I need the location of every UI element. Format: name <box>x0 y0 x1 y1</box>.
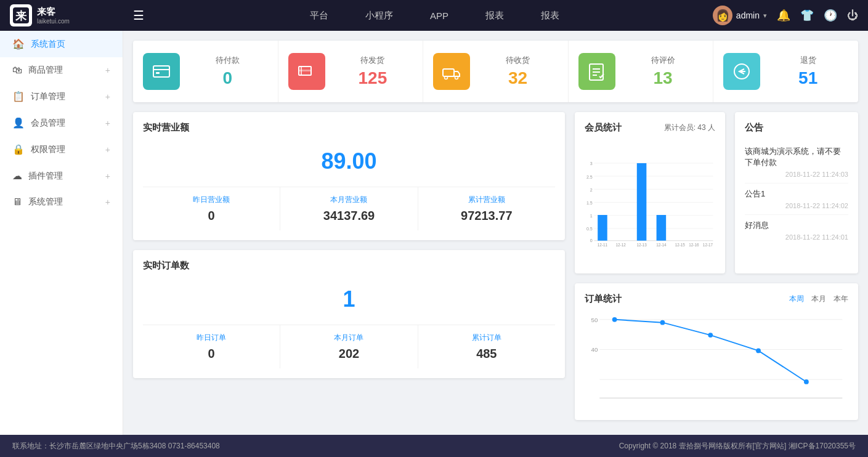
sidebar-label-home: 系统首页 <box>31 39 110 50</box>
svg-text:40: 40 <box>591 346 598 353</box>
announce-item-0[interactable]: 该商城为演示系统，请不要下单付款 2018-11-22 11:24:03 <box>745 141 848 184</box>
announce-text-2: 好消息 <box>745 220 848 231</box>
revenue-title: 实时营业额 <box>143 122 555 134</box>
sidebar-label-permissions: 权限管理 <box>31 144 99 155</box>
order-stats-panel: 订单统计 本周 本月 本年 50 40 <box>575 283 858 420</box>
svg-text:12-13: 12-13 <box>636 243 647 247</box>
revenue-label-yesterday: 昨日营业额 <box>148 195 275 205</box>
stat-info-review: 待评价 13 <box>623 55 704 88</box>
nav-app[interactable]: APP <box>412 0 467 31</box>
shirt-icon[interactable]: 👕 <box>800 9 814 22</box>
revenue-stat-total: 累计营业额 97213.77 <box>418 187 555 230</box>
svg-text:50: 50 <box>591 317 598 323</box>
nav-platform[interactable]: 平台 <box>291 0 347 31</box>
order-label-total: 累计订单 <box>423 333 550 343</box>
svg-rect-2 <box>153 66 169 77</box>
svg-text:2.5: 2.5 <box>586 175 593 179</box>
revenue-value-total: 97213.77 <box>423 209 550 223</box>
top-right-row: 会员统计 累计会员: 43 人 3 2.5 2 1.5 1 0.5 <box>575 112 858 273</box>
pending-receive-icon <box>433 53 470 90</box>
svg-rect-4 <box>156 72 160 74</box>
orders-icon: 📋 <box>12 91 25 102</box>
announcements-panel: 公告 该商城为演示系统，请不要下单付款 2018-11-22 11:24:03 … <box>735 112 858 273</box>
order-line-chart: 50 40 <box>585 310 848 408</box>
main-nav: 平台 小程序 APP 报表 报表 <box>156 0 713 31</box>
logo-sub-text: laiketui.com <box>37 18 70 25</box>
bell-icon[interactable]: 🔔 <box>777 9 790 22</box>
footer-left: 联系地址：长沙市岳麓区绿地中央广场5栋3408 0731-86453408 <box>12 441 220 451</box>
plus-icon-members: + <box>105 118 110 128</box>
svg-point-51 <box>804 379 809 384</box>
content-grid: 实时营业额 89.00 昨日营业额 0 本月营业额 34137.69 累计营业额 <box>133 112 858 420</box>
svg-text:12-14: 12-14 <box>656 243 667 247</box>
stat-card-pending-payment[interactable]: 待付款 0 <box>133 41 278 102</box>
order-stats-tabs: 本周 本月 本年 <box>789 294 848 304</box>
stat-card-pending-receive[interactable]: 待收货 32 <box>423 41 569 102</box>
stat-cards-row: 待付款 0 待发货 125 <box>133 41 858 102</box>
sidebar-label-system: 系统管理 <box>28 196 99 208</box>
history-icon[interactable]: 🕐 <box>824 9 837 22</box>
announce-text-1: 公告1 <box>745 188 848 200</box>
sidebar-item-members[interactable]: 👤 会员管理 + <box>0 110 123 136</box>
admin-name: admin <box>736 10 760 20</box>
orders-stats-row: 昨日订单 0 本月订单 202 累计订单 485 <box>143 325 555 368</box>
revenue-value-month: 34137.69 <box>285 209 412 223</box>
order-stats-panel-title: 订单统计 <box>585 293 622 305</box>
sidebar-item-system[interactable]: 🖥 系统管理 + <box>0 189 123 215</box>
svg-point-10 <box>455 76 458 79</box>
svg-text:12-12: 12-12 <box>616 243 627 247</box>
stat-label-ship: 待发货 <box>360 55 384 66</box>
nav-report1[interactable]: 报表 <box>467 0 522 31</box>
permissions-icon: 🔒 <box>12 144 25 155</box>
stat-label-receive: 待收货 <box>506 55 530 66</box>
nav-miniapp[interactable]: 小程序 <box>347 0 412 31</box>
announce-item-2[interactable]: 好消息 2018-11-22 11:24:01 <box>745 215 848 246</box>
revenue-panel: 实时营业额 89.00 昨日营业额 0 本月营业额 34137.69 累计营业额 <box>133 112 565 240</box>
announce-time-0: 2018-11-22 11:24:03 <box>745 171 848 178</box>
svg-rect-8 <box>443 69 454 76</box>
svg-rect-32 <box>637 163 647 241</box>
revenue-label-month: 本月营业额 <box>285 195 412 205</box>
sidebar-item-plugins[interactable]: ☁ 插件管理 + <box>0 163 123 189</box>
pending-payment-icon <box>143 53 180 90</box>
svg-rect-6 <box>299 70 311 71</box>
sidebar-label-plugins: 插件管理 <box>28 171 99 182</box>
svg-point-47 <box>612 317 617 322</box>
nav-report2[interactable]: 报表 <box>522 0 578 31</box>
announce-time-1: 2018-11-22 11:24:02 <box>745 202 848 209</box>
stat-card-pending-ship[interactable]: 待发货 125 <box>278 41 424 102</box>
plus-icon-orders: + <box>105 92 110 102</box>
logo-main-text: 来客 <box>37 6 70 18</box>
svg-point-49 <box>708 333 713 338</box>
sidebar-item-products[interactable]: 🛍 商品管理 + <box>0 57 123 83</box>
svg-text:1.5: 1.5 <box>586 201 593 205</box>
svg-text:来: 来 <box>15 10 27 22</box>
svg-text:12-11: 12-11 <box>598 243 608 247</box>
tab-week[interactable]: 本周 <box>789 294 804 304</box>
sidebar-item-orders[interactable]: 📋 订单管理 + <box>0 83 123 110</box>
revenue-stat-yesterday: 昨日营业额 0 <box>143 187 280 230</box>
avatar: 👩 <box>713 6 732 25</box>
orders-panel: 实时订单数 1 昨日订单 0 本月订单 202 累计订单 4 <box>133 250 565 378</box>
announce-time-2: 2018-11-22 11:24:01 <box>745 233 848 241</box>
stat-card-returns[interactable]: 退货 51 <box>713 41 858 102</box>
sidebar-item-home[interactable]: 🏠 系统首页 <box>0 31 123 57</box>
revenue-value-yesterday: 0 <box>148 209 275 223</box>
order-stat-total: 累计订单 485 <box>418 325 555 368</box>
order-value-total: 485 <box>423 347 550 361</box>
sidebar-item-permissions[interactable]: 🔒 权限管理 + <box>0 136 123 163</box>
stat-value-review: 13 <box>654 68 673 88</box>
members-icon: 👤 <box>12 117 25 129</box>
hamburger-icon[interactable]: ☰ <box>133 8 144 23</box>
header-right: 👩 admin ▾ 🔔 👕 🕐 ⏻ <box>713 6 858 25</box>
tab-year[interactable]: 本年 <box>834 294 848 304</box>
power-icon[interactable]: ⏻ <box>847 9 858 22</box>
orders-title: 实时订单数 <box>143 260 555 272</box>
stat-card-pending-review[interactable]: 待评价 13 <box>569 41 714 102</box>
admin-area[interactable]: 👩 admin ▾ <box>713 6 767 25</box>
stat-value-returns: 51 <box>798 68 817 88</box>
announce-item-1[interactable]: 公告1 2018-11-22 11:24:02 <box>745 184 848 215</box>
tab-month[interactable]: 本月 <box>811 294 826 304</box>
revenue-value: 89.00 <box>143 134 555 187</box>
sidebar-label-products: 商品管理 <box>28 65 99 76</box>
